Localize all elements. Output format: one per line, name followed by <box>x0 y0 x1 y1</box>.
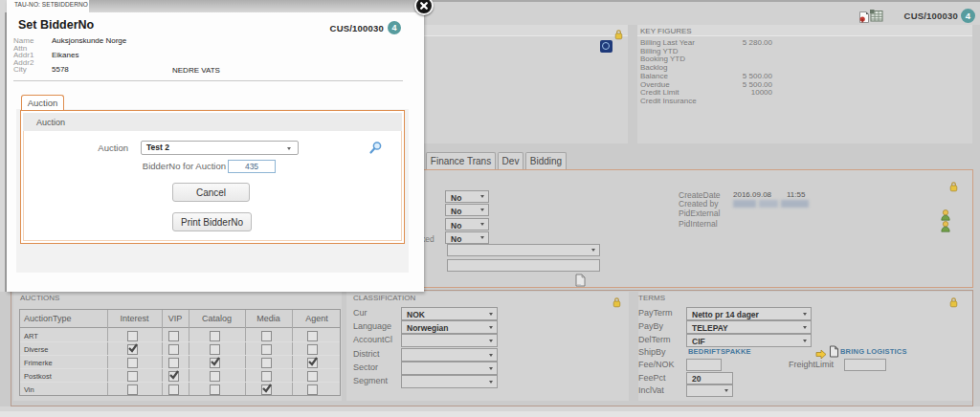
svg-text:...: ... <box>577 281 581 286</box>
